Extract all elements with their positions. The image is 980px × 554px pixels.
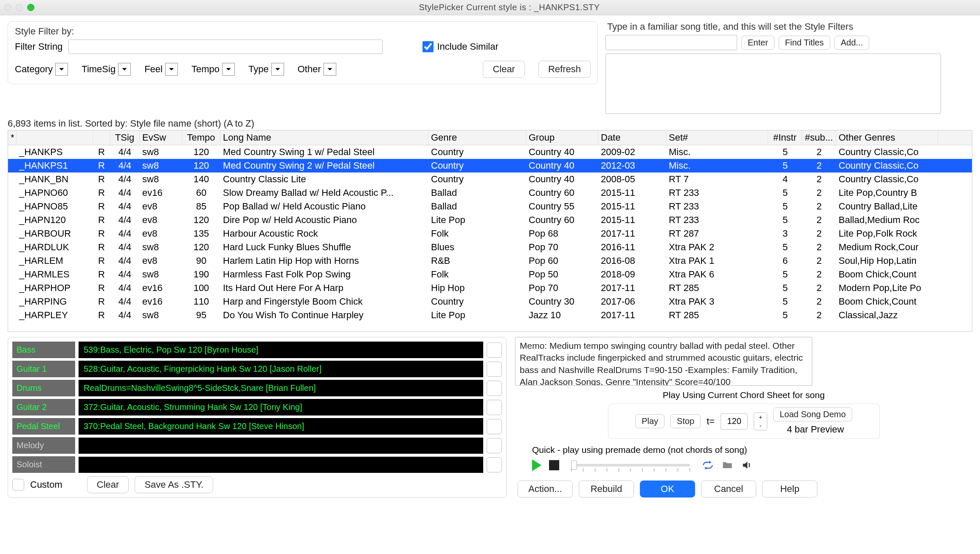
play-button[interactable]: Play [635, 414, 665, 428]
col-name[interactable] [17, 130, 93, 145]
play-icon[interactable] [532, 459, 541, 471]
clear-filter-button[interactable]: Clear [483, 61, 525, 78]
folder-icon[interactable] [721, 459, 733, 471]
track-toggle[interactable] [487, 362, 502, 377]
load-song-demo-button[interactable]: Load Song Demo [773, 407, 852, 421]
table-row[interactable]: _HAPNO60R4/4ev1660Slow Dreamy Ballad w/ … [8, 186, 972, 200]
col-date[interactable]: Date [598, 130, 666, 145]
track-value[interactable]: 370:Pedal Steel, Background Hank Sw 120 … [79, 418, 483, 435]
col-set[interactable]: Set# [666, 130, 768, 145]
tempo-down-button[interactable]: - [754, 421, 767, 430]
loop-icon[interactable] [702, 459, 714, 471]
track-label[interactable]: Pedal Steel [12, 418, 75, 435]
col-longname[interactable]: Long Name [220, 130, 428, 145]
window-controls [4, 4, 34, 11]
col-other[interactable]: Other Genres [836, 130, 938, 145]
style-grid[interactable]: * TSig EvSw Tempo Long Name Genre Group … [8, 130, 972, 332]
table-row[interactable]: _HARMLESR4/4sw8190Harmless Fast Folk Pop… [8, 268, 972, 281]
track-value[interactable]: 372:Guitar, Acoustic, Strumming Hank Sw … [79, 399, 483, 416]
track-value[interactable] [79, 457, 483, 473]
track-label[interactable]: Melody [12, 437, 75, 454]
include-similar-checkbox[interactable] [422, 41, 434, 52]
col-star[interactable]: * [8, 130, 17, 145]
col-genre[interactable]: Genre [428, 130, 526, 145]
table-row[interactable]: _HANKPSR4/4sw8120Med Country Swing 1 w/ … [8, 145, 972, 159]
filter-type-dropdown[interactable]: Type [248, 63, 284, 76]
col-group[interactable]: Group [526, 130, 598, 145]
track-label[interactable]: Soloist [12, 456, 75, 473]
filter-timesig-dropdown[interactable]: TimeSig [82, 63, 131, 76]
custom-checkbox[interactable] [12, 479, 24, 491]
chevron-down-icon[interactable] [118, 63, 131, 76]
rebuild-button[interactable]: Rebuild [579, 481, 634, 497]
include-similar-label: Include Similar [437, 41, 498, 52]
track-label[interactable]: Guitar 2 [12, 399, 75, 416]
close-icon[interactable] [4, 4, 11, 11]
stop-icon[interactable] [549, 460, 559, 470]
track-toggle[interactable] [487, 381, 502, 396]
chevron-down-icon[interactable] [271, 63, 284, 76]
table-row[interactable]: _HARDLUKR4/4sw8120Hard Luck Funky Blues … [8, 240, 972, 254]
table-row[interactable]: _HARPINGR4/4ev16110Harp and Fingerstyle … [8, 295, 972, 308]
track-value[interactable]: 539:Bass, Electric, Pop Sw 120 [Byron Ho… [79, 342, 483, 358]
filter-tempo-dropdown[interactable]: Tempo [191, 63, 235, 76]
track-label[interactable]: Bass [12, 342, 75, 358]
stop-button[interactable]: Stop [670, 414, 701, 428]
chevron-down-icon[interactable] [165, 63, 178, 76]
table-row[interactable]: _HANK_BNR4/4sw8140Country Classic LiteCo… [8, 172, 972, 186]
col-tempo[interactable]: Tempo [182, 130, 220, 145]
filter-other-dropdown[interactable]: Other [298, 63, 336, 76]
speaker-icon[interactable] [741, 459, 753, 471]
table-row[interactable]: _HAPNO85R4/4ev885Pop Ballad w/ Held Acou… [8, 200, 972, 213]
filter-feel-dropdown[interactable]: Feel [144, 63, 178, 76]
enter-button[interactable]: Enter [741, 36, 774, 50]
maximize-icon[interactable] [27, 4, 34, 11]
grid-header[interactable]: * TSig EvSw Tempo Long Name Genre Group … [8, 130, 972, 145]
minimize-icon[interactable] [16, 4, 23, 11]
action-button[interactable]: Action... [518, 481, 573, 497]
tracks-clear-button[interactable]: Clear [87, 476, 129, 493]
chevron-down-icon[interactable] [324, 63, 336, 76]
grid-body[interactable]: _HANKPSR4/4sw8120Med Country Swing 1 w/ … [8, 145, 972, 331]
table-row[interactable]: _HARLEMR4/4ev890Harlem Latin Hip Hop wit… [8, 254, 972, 268]
table-row[interactable]: _HARBOURR4/4ev8135Harbour Acoustic RockF… [8, 227, 972, 240]
table-row[interactable]: _HARPLEYR4/4sw895Do You Wish To Continue… [8, 308, 972, 322]
help-button[interactable]: Help [762, 481, 817, 497]
table-row[interactable]: _HAPN120R4/4ev8120Dire Pop w/ Held Acous… [8, 213, 972, 227]
table-row[interactable]: _HARPHOPR4/4ev16100Its Hard Out Here For… [8, 281, 972, 295]
col-tsig[interactable]: TSig [110, 130, 140, 145]
col-instr[interactable]: #Instr [768, 130, 802, 145]
tempo-up-button[interactable]: + [754, 413, 767, 421]
find-titles-button[interactable]: Find Titles [779, 36, 830, 50]
track-value[interactable]: RealDrums=NashvilleSwing8^5-SideStck,Sna… [79, 380, 483, 396]
chevron-down-icon[interactable] [55, 63, 68, 76]
position-slider[interactable] [571, 464, 690, 466]
song-title-input[interactable] [605, 35, 737, 50]
refresh-button[interactable]: Refresh [538, 61, 591, 78]
cancel-button[interactable]: Cancel [701, 481, 756, 497]
track-toggle[interactable] [487, 342, 502, 358]
col-evsw[interactable]: EvSw [140, 130, 182, 145]
track-value[interactable] [79, 438, 483, 454]
add-title-button[interactable]: Add... [834, 36, 869, 50]
track-label[interactable]: Drums [12, 380, 75, 396]
filter-category-dropdown[interactable]: Category [15, 63, 68, 76]
table-row[interactable]: _HANKPS1R4/4sw8120Med Country Swing 2 w/… [8, 159, 972, 172]
col-r[interactable] [93, 130, 110, 145]
tempo-input[interactable] [721, 413, 748, 430]
tempo-stepper[interactable]: + - [754, 413, 767, 430]
ok-button[interactable]: OK [640, 481, 695, 497]
track-toggle[interactable] [487, 438, 502, 453]
song-title-list[interactable] [605, 54, 941, 114]
track-label[interactable]: Guitar 1 [12, 361, 75, 377]
track-toggle[interactable] [487, 400, 502, 415]
track-value[interactable]: 528:Guitar, Acoustic, Fingerpicking Hank… [79, 361, 483, 377]
col-sub[interactable]: #sub... [802, 130, 836, 145]
song-title-panel: Type in a familiar song title, and this … [605, 21, 972, 114]
track-toggle[interactable] [487, 419, 502, 434]
four-bar-preview-checkbox[interactable] [773, 424, 783, 435]
save-as-sty-button[interactable]: Save As .STY. [135, 476, 213, 493]
filter-string-input[interactable] [68, 40, 383, 54]
chevron-down-icon[interactable] [222, 63, 235, 76]
track-toggle[interactable] [487, 457, 502, 472]
